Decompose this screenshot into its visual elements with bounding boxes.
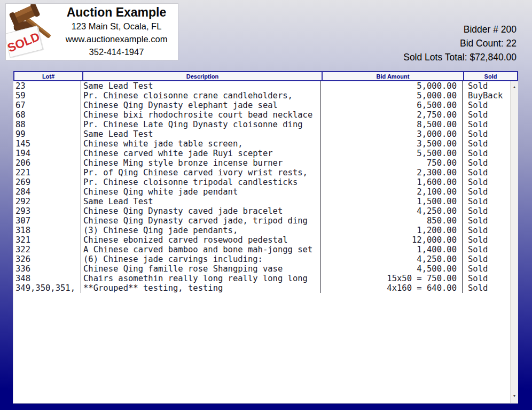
sold-status-cell: Sold bbox=[463, 206, 510, 216]
table-row[interactable]: 349,350,351,**Grouped** testing, testing… bbox=[13, 283, 510, 293]
bidder-summary: Bidder # 200 Bid Count: 22 Sold Lots Tot… bbox=[403, 22, 517, 64]
description-cell: Chinese Qing white jade pendant bbox=[81, 187, 321, 197]
description-cell: Pr. Chinese cloisonne tripodal candlesti… bbox=[81, 177, 321, 187]
sold-status-cell: Sold bbox=[463, 235, 510, 245]
bid-amount-cell: 1,200.00 bbox=[321, 226, 463, 235]
description-cell: Chinese Qing famille rose Shangping vase bbox=[81, 264, 321, 274]
description-cell: A Chinese carved bamboo and bone mah-jon… bbox=[81, 245, 321, 254]
lot-cell: 348 bbox=[13, 274, 81, 283]
lot-cell: 206 bbox=[13, 158, 81, 168]
sold-status-cell: Sold bbox=[463, 216, 510, 226]
bid-amount-cell: 4,250.00 bbox=[321, 206, 463, 216]
table-row[interactable]: 206Chinese Ming style bronze incense bur… bbox=[13, 158, 510, 168]
table-row[interactable]: 321Chinese ebonized carved rosewood pede… bbox=[13, 235, 510, 245]
description-cell: Chairs asomethin really long really long… bbox=[81, 274, 321, 283]
lot-cell: 284 bbox=[13, 187, 81, 197]
bid-amount-cell: 750.00 bbox=[321, 158, 463, 168]
lot-cell: 67 bbox=[13, 100, 81, 110]
sold-status-cell: Sold bbox=[463, 149, 510, 158]
bid-amount-cell: 5,000.00 bbox=[321, 91, 463, 100]
lot-cell: 145 bbox=[13, 139, 81, 149]
sold-status-cell: Sold bbox=[463, 254, 510, 264]
table-row[interactable]: 307Chinese Qing Dynasty carved jade, tri… bbox=[13, 216, 510, 226]
table-row[interactable]: 59Pr. Chinese cloisonne crane candlehold… bbox=[13, 91, 510, 100]
company-info: Auction Example 123 Main St, Ocala, FL w… bbox=[58, 5, 178, 58]
lot-cell: 68 bbox=[13, 110, 81, 120]
bid-amount-cell: 2,100.00 bbox=[321, 187, 463, 197]
column-header-description[interactable]: Description bbox=[82, 72, 322, 80]
company-name: Auction Example bbox=[58, 5, 175, 20]
lot-cell: 99 bbox=[13, 129, 81, 139]
description-cell: Chinese Ming style bronze incense burner bbox=[81, 158, 321, 168]
table-row[interactable]: 284Chinese Qing white jade pendant2,100.… bbox=[13, 187, 510, 197]
column-header-bid-amount[interactable]: Bid Amount bbox=[322, 72, 463, 80]
description-cell: Chinese ebonized carved rosewood pedesta… bbox=[81, 235, 321, 245]
table-row[interactable]: 326(6) Chinese jade carvings including:4… bbox=[13, 254, 510, 264]
lot-cell: 221 bbox=[13, 168, 81, 177]
lot-cell: 336 bbox=[13, 264, 81, 274]
table-row[interactable]: 322A Chinese carved bamboo and bone mah-… bbox=[13, 245, 510, 254]
description-cell: Chinese white jade table screen, bbox=[81, 139, 321, 149]
sold-status-cell: BuyBack bbox=[463, 91, 510, 100]
table-row[interactable]: 99Same Lead Test3,000.00Sold bbox=[13, 129, 510, 139]
bid-amount-cell: 850.00 bbox=[321, 216, 463, 226]
description-cell: Chinese bixi rhodochrosite court bead ne… bbox=[81, 110, 321, 120]
table-row[interactable]: 145Chinese white jade table screen,3,500… bbox=[13, 139, 510, 149]
bid-amount-cell: 5,000.00 bbox=[321, 81, 463, 91]
bid-amount-cell: 4x160 = 640.00 bbox=[321, 283, 463, 293]
bid-amount-cell: 1,400.00 bbox=[321, 245, 463, 254]
table-row[interactable]: 221Pr. of Qing Chinese carved ivory wris… bbox=[13, 168, 510, 177]
sold-status-cell: Sold bbox=[463, 110, 510, 120]
sold-status-cell: Sold bbox=[463, 283, 510, 293]
bid-count: Bid Count: 22 bbox=[403, 36, 517, 50]
bid-amount-cell: 4,250.00 bbox=[321, 254, 463, 264]
bid-amount-cell: 1,500.00 bbox=[321, 197, 463, 206]
lots-grid: Lot# Description Bid Amount Sold 23Same … bbox=[13, 71, 518, 404]
sold-status-cell: Sold bbox=[463, 81, 510, 91]
description-cell: Chinese Qing Dynasty elephant jade seal bbox=[81, 100, 321, 110]
bid-amount-cell: 3,500.00 bbox=[321, 139, 463, 149]
table-row[interactable]: 293Chinese Qing Dynasty caved jade brace… bbox=[13, 206, 510, 216]
table-row[interactable]: 23Same Lead Test5,000.00Sold bbox=[13, 81, 510, 91]
lot-cell: 349,350,351, bbox=[13, 283, 81, 293]
lot-cell: 292 bbox=[13, 197, 81, 206]
table-row[interactable]: 68Chinese bixi rhodochrosite court bead … bbox=[13, 110, 510, 120]
company-website: www.auctionexample.com bbox=[58, 33, 175, 45]
column-header-lot[interactable]: Lot# bbox=[14, 72, 82, 80]
bid-amount-cell: 12,000.00 bbox=[321, 235, 463, 245]
table-row[interactable]: 67Chinese Qing Dynasty elephant jade sea… bbox=[13, 100, 510, 110]
table-row[interactable]: 88Pr. Chinese Late Qing Dynasty cloisonn… bbox=[13, 120, 510, 129]
lot-cell: 88 bbox=[13, 120, 81, 129]
lot-cell: 307 bbox=[13, 216, 81, 226]
sold-status-cell: Sold bbox=[463, 158, 510, 168]
description-cell: Pr. Chinese cloisonne crane candleholder… bbox=[81, 91, 321, 100]
description-cell: Pr. of Qing Chinese carved ivory wrist r… bbox=[81, 168, 321, 177]
bid-amount-cell: 6,500.00 bbox=[321, 100, 463, 110]
table-row[interactable]: 348Chairs asomethin really long really l… bbox=[13, 274, 510, 283]
table-row[interactable]: 269Pr. Chinese cloisonne tripodal candle… bbox=[13, 177, 510, 187]
scroll-up-icon[interactable]: ▲ bbox=[511, 84, 518, 90]
description-cell: **Grouped** testing, testing bbox=[81, 283, 321, 293]
table-row[interactable]: 194Chinese carved white jade Ruyi scepte… bbox=[13, 149, 510, 158]
bid-amount-cell: 2,750.00 bbox=[321, 110, 463, 120]
scroll-down-icon[interactable]: ▼ bbox=[511, 393, 518, 399]
company-logo-panel: SOLD Auction Example 123 Main St, Ocala,… bbox=[5, 3, 178, 60]
sold-status-cell: Sold bbox=[463, 129, 510, 139]
table-row[interactable]: 336Chinese Qing famille rose Shangping v… bbox=[13, 264, 510, 274]
description-cell: Chinese carved white jade Ruyi scepter bbox=[81, 149, 321, 158]
table-row[interactable]: 292Same Lead Test1,500.00Sold bbox=[13, 197, 510, 206]
vertical-scrollbar[interactable]: ▲ ▼ bbox=[510, 81, 518, 403]
description-cell: Same Lead Test bbox=[81, 197, 321, 206]
column-header-sold[interactable]: Sold bbox=[463, 72, 517, 80]
table-row[interactable]: 318(3) Chinese Qing jade pendants,1,200.… bbox=[13, 226, 510, 235]
sold-lots-total: Sold Lots Total: $72,840.00 bbox=[403, 50, 517, 64]
company-address: 123 Main St, Ocala, FL bbox=[58, 20, 175, 33]
table-body: 23Same Lead Test5,000.00Sold59Pr. Chines… bbox=[13, 81, 510, 403]
sold-status-cell: Sold bbox=[463, 226, 510, 235]
lot-cell: 318 bbox=[13, 226, 81, 235]
lot-cell: 59 bbox=[13, 91, 81, 100]
description-cell: Chinese Qing Dynasty carved jade, tripod… bbox=[81, 216, 321, 226]
bid-amount-cell: 3,000.00 bbox=[321, 129, 463, 139]
sold-status-cell: Sold bbox=[463, 197, 510, 206]
description-cell: (3) Chinese Qing jade pendants, bbox=[81, 226, 321, 235]
